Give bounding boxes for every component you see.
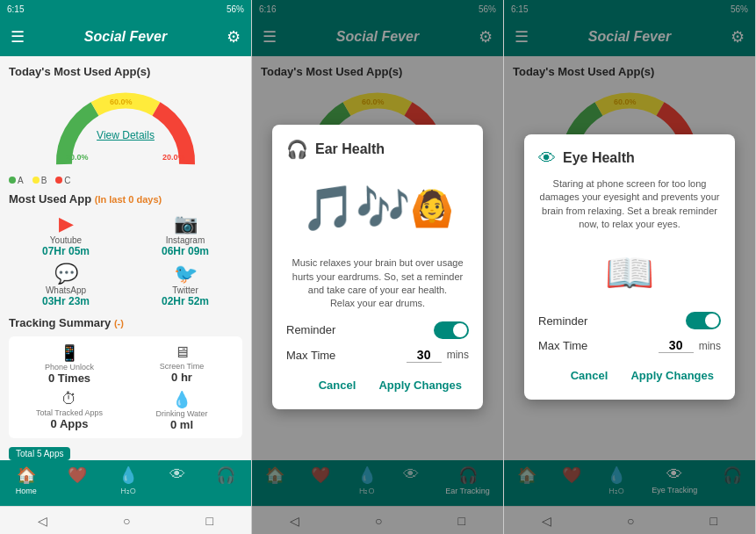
phone-unlock-value: 0 Times <box>48 372 90 385</box>
eye-reminder-label: Reminder <box>538 314 587 328</box>
heart-icon-1: ❤️ <box>68 465 87 485</box>
total-apps-icon: ⏱ <box>61 390 77 408</box>
ear-apply-button[interactable]: Apply Changes <box>371 375 469 395</box>
settings-icon-1[interactable]: ⚙ <box>227 27 241 47</box>
youtube-name: Youtube <box>50 235 82 245</box>
status-bar-1: 6:15 56% <box>0 0 251 18</box>
svg-text:20.0%: 20.0% <box>162 153 185 162</box>
nav-water-1[interactable]: 💧 H₂O <box>119 465 138 501</box>
legend-c: C <box>55 176 70 185</box>
most-used-grid: ▶ Youtube 07Hr 05m 📷 Instagram 06Hr 09m … <box>9 213 242 307</box>
nav-heart-1[interactable]: ❤️ <box>68 465 87 501</box>
android-nav-1: ◁ ○ □ <box>0 506 251 534</box>
ear-dialog-icon: 🎧 <box>286 139 308 160</box>
app-youtube: ▶ Youtube 07Hr 05m <box>9 213 123 257</box>
last-days: (In last 0 days) <box>95 194 162 205</box>
heading-1: Today's Most Used App(s) <box>9 65 242 78</box>
instagram-name: Instagram <box>166 235 205 245</box>
nav-home-1[interactable]: 🏠 Home <box>16 465 37 501</box>
eye-reminder-row: Reminder <box>538 312 721 329</box>
ear-dialog-buttons: Cancel Apply Changes <box>286 375 469 395</box>
ear-dialog-body: Music relaxes your brain but over usage … <box>286 256 469 311</box>
ear-dialog-header: 🎧 Ear Health <box>286 139 469 160</box>
eye-time-unit: mins <box>699 340 721 352</box>
menu-icon-1[interactable]: ☰ <box>11 27 25 47</box>
ear-cancel-button[interactable]: Cancel <box>312 375 364 395</box>
eye-apply-button[interactable]: Apply Changes <box>623 365 721 386</box>
recents-btn-1[interactable]: □ <box>206 514 213 528</box>
back-btn-1[interactable]: ◁ <box>38 514 47 528</box>
phone-2: 6:16 56% ☰ Social Fever ⚙ Today's Most U… <box>252 0 504 534</box>
ear-health-dialog: 🎧 Ear Health 🎵🎶 🙆 Music relaxes your bra… <box>272 125 483 409</box>
app-title-1: Social Fever <box>84 29 167 45</box>
twitter-name: Twitter <box>172 285 198 295</box>
gauge-1: 20.0% 60.0% 20.0% View Details <box>9 85 242 169</box>
eye-maxtime-label: Max Time <box>538 339 587 352</box>
view-details-link[interactable]: View Details <box>97 129 155 141</box>
eye-dialog-icon: 👁 <box>538 148 556 169</box>
water-nav-label-1: H₂O <box>120 487 136 495</box>
eye-dialog-buttons: Cancel Apply Changes <box>538 365 721 386</box>
total-apps-value: 0 Apps <box>51 417 89 430</box>
phone-3: 6:15 56% ☰ Social Fever ⚙ Today's Most U… <box>504 0 756 534</box>
app-whatsapp: 💬 WhatsApp 03Hr 23m <box>9 263 123 307</box>
app-instagram: 📷 Instagram 06Hr 09m <box>128 213 242 257</box>
track-total-apps: ⏱ Total Tracked Apps 0 Apps <box>16 390 123 431</box>
instagram-icon: 📷 <box>174 213 198 235</box>
eye-dialog-overlay: 👁 Eye Health Staring at phone screen for… <box>504 0 755 534</box>
eye-dialog-image: 📖 <box>538 242 721 303</box>
gauge-svg-1: 20.0% 60.0% 20.0% <box>47 85 205 169</box>
eye-dialog-header: 👁 Eye Health <box>538 148 721 169</box>
water-nav-icon-1: 💧 <box>119 465 138 485</box>
nav-ear-1[interactable]: 🎧 <box>216 465 235 501</box>
track-screen-time: 🖥 Screen Time 0 hr <box>128 343 235 385</box>
bottom-nav-1: 🏠 Home ❤️ 💧 H₂O 👁 🎧 <box>0 460 251 506</box>
legend-b: B <box>32 176 47 185</box>
time-1: 6:15 <box>7 4 24 14</box>
eye-time-controls: mins <box>659 338 721 353</box>
tracking-grid: 📱 Phone Unlock 0 Times 🖥 Screen Time 0 h… <box>16 343 235 431</box>
total-apps-label: Total Tracked Apps <box>36 408 103 417</box>
gauge-legend-1: A B C <box>9 176 242 185</box>
ear-dialog-image: 🎵🎶 🙆 <box>286 169 469 248</box>
battery-1: 56% <box>227 4 244 14</box>
water-value: 0 ml <box>170 418 193 431</box>
ear-reminder-label: Reminder <box>286 323 335 336</box>
tracking-title: Tracking Summary (-) <box>9 316 242 329</box>
total-apps-badge: Total 5 Apps <box>9 447 70 460</box>
track-water: 💧 Drinking Water 0 ml <box>128 390 235 431</box>
ear-reminder-toggle[interactable] <box>434 321 469 339</box>
twitter-time: 02Hr 52m <box>162 295 209 307</box>
eye-cancel-button[interactable]: Cancel <box>564 365 616 386</box>
app-twitter: 🐦 Twitter 02Hr 52m <box>128 263 242 307</box>
whatsapp-icon: 💬 <box>54 263 78 285</box>
youtube-icon: ▶ <box>59 213 74 235</box>
whatsapp-time: 03Hr 23m <box>42 295 90 307</box>
ear-time-unit: mins <box>447 349 469 361</box>
phone-1: 6:15 56% ☰ Social Fever ⚙ Today's Most U… <box>0 0 252 534</box>
eye-dialog-title: Eye Health <box>563 150 635 166</box>
eye-reminder-toggle[interactable] <box>686 312 721 329</box>
ear-time-controls: mins <box>407 348 469 363</box>
screen-time-value: 0 hr <box>171 371 192 384</box>
eye-health-dialog: 👁 Eye Health Staring at phone screen for… <box>524 134 735 400</box>
eye-time-input[interactable] <box>659 338 694 353</box>
eye-icon-1: 👁 <box>169 465 185 484</box>
ear-time-input[interactable] <box>407 348 442 363</box>
ear-dialog-title: Ear Health <box>315 141 385 157</box>
screen-time-label: Screen Time <box>160 362 205 371</box>
tracking-summary: 📱 Phone Unlock 0 Times 🖥 Screen Time 0 h… <box>9 336 242 438</box>
whatsapp-name: WhatsApp <box>46 285 86 295</box>
home-btn-1[interactable]: ○ <box>123 514 130 528</box>
water-label: Drinking Water <box>155 409 207 418</box>
nav-eye-1[interactable]: 👁 <box>169 465 185 501</box>
legend-a: A <box>9 176 24 185</box>
most-used-label: Most Used App (In last 0 days) <box>9 192 242 206</box>
svg-text:60.0%: 60.0% <box>110 97 133 106</box>
water-icon: 💧 <box>172 390 191 409</box>
track-phone-unlock: 📱 Phone Unlock 0 Times <box>16 343 123 385</box>
eye-dialog-body: Staring at phone screen for too long dam… <box>538 177 721 232</box>
ear-dialog-overlay: 🎧 Ear Health 🎵🎶 🙆 Music relaxes your bra… <box>252 0 503 534</box>
ear-reminder-row: Reminder <box>286 321 469 339</box>
twitter-icon: 🐦 <box>174 263 198 285</box>
